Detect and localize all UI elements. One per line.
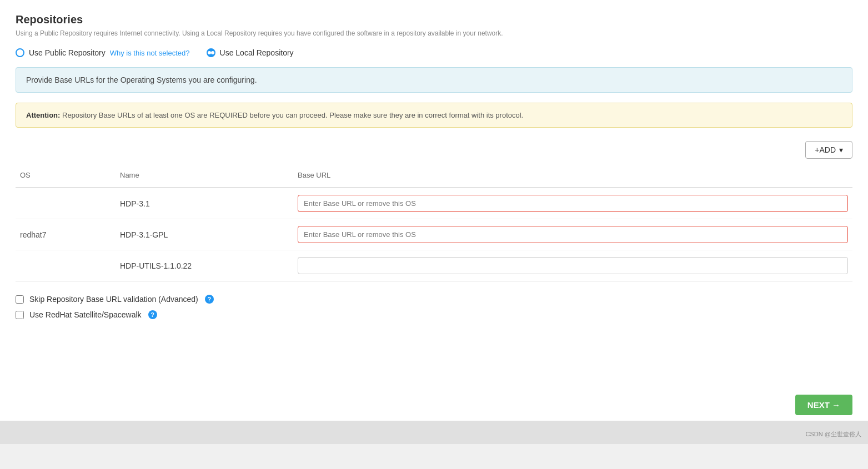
why-not-selected-link[interactable]: Why is this not selected?	[110, 49, 190, 57]
local-repo-label: Use Local Repository	[220, 48, 294, 57]
attention-box: Attention: Repository Base URLs of at le…	[16, 103, 852, 128]
skip-validation-label: Skip Repository Base URL validation (Adv…	[29, 295, 198, 304]
repository-table: OS Name Base URL HDP-3.1 redhat7 HDP-3.1…	[16, 168, 852, 281]
skip-validation-checkbox[interactable]	[16, 295, 24, 304]
watermark: CSDN @尘世壹俗人	[806, 430, 861, 438]
row-3-url-cell	[293, 254, 852, 278]
next-button-label: NEXT →	[807, 400, 840, 410]
public-repo-radio[interactable]	[16, 48, 24, 57]
page-container: Repositories Using a Public Repository r…	[0, 0, 868, 444]
row-1-url-input[interactable]	[298, 195, 848, 212]
public-repo-label: Use Public Repository	[29, 48, 106, 57]
col-name: Name	[116, 168, 293, 183]
row-2-name: HDP-3.1-GPL	[116, 227, 293, 243]
row-2-url-cell	[293, 223, 852, 246]
row-1-name: HDP-3.1	[116, 196, 293, 211]
table-header: OS Name Base URL	[16, 168, 852, 188]
attention-text: Repository Base URLs of at least one OS …	[62, 111, 523, 119]
row-1-url-cell	[293, 191, 852, 215]
use-local-repository-option[interactable]: Use Local Repository	[207, 48, 294, 57]
table-row: redhat7 HDP-3.1-GPL	[16, 219, 852, 250]
repository-type-selector: Use Public Repository Why is this not se…	[16, 48, 852, 57]
next-button[interactable]: NEXT →	[795, 395, 852, 415]
use-satellite-checkbox[interactable]	[16, 311, 24, 319]
table-row: HDP-3.1	[16, 188, 852, 219]
col-os: OS	[16, 168, 116, 183]
col-base-url: Base URL	[293, 168, 852, 183]
local-repo-radio[interactable]	[207, 48, 215, 57]
use-satellite-row: Use RedHat Satellite/Spacewalk ?	[16, 310, 852, 319]
table-row: HDP-UTILS-1.1.0.22	[16, 250, 852, 281]
info-box: Provide Base URLs for the Operating Syst…	[16, 67, 852, 93]
attention-bold: Attention:	[26, 111, 60, 119]
use-satellite-label: Use RedHat Satellite/Spacewalk	[29, 310, 142, 319]
skip-validation-help-icon[interactable]: ?	[205, 295, 214, 304]
table-body: HDP-3.1 redhat7 HDP-3.1-GPL HDP-UTILS-1.…	[16, 188, 852, 281]
row-3-os	[16, 263, 116, 269]
page-subtitle: Using a Public Repository requires Inter…	[16, 29, 852, 37]
row-2-url-input[interactable]	[298, 226, 848, 243]
row-3-name: HDP-UTILS-1.1.0.22	[116, 258, 293, 274]
use-public-repository-option[interactable]: Use Public Repository Why is this not se…	[16, 48, 190, 57]
row-3-url-input[interactable]	[298, 257, 848, 274]
dropdown-arrow-icon: ▾	[839, 145, 843, 154]
add-button-label: +ADD	[815, 145, 836, 154]
skip-validation-row: Skip Repository Base URL validation (Adv…	[16, 295, 852, 304]
page-title: Repositories	[16, 13, 852, 26]
add-button[interactable]: +ADD ▾	[805, 141, 852, 159]
row-2-os: redhat7	[16, 227, 116, 243]
satellite-help-icon[interactable]: ?	[148, 310, 157, 319]
row-1-os	[16, 200, 116, 207]
footer-bar	[0, 421, 868, 444]
toolbar: +ADD ▾	[16, 141, 852, 159]
info-box-text: Provide Base URLs for the Operating Syst…	[26, 75, 257, 84]
